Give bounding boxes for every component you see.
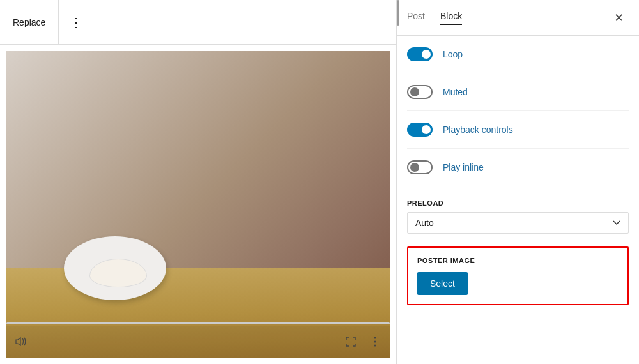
inline-toggle[interactable]	[407, 160, 433, 174]
close-icon: ✕	[614, 11, 624, 25]
loop-toggle-track[interactable]	[407, 47, 433, 61]
muted-toggle[interactable]	[407, 85, 433, 99]
inline-label: Play inline	[443, 162, 484, 172]
playback-toggle-row: Playback controls	[407, 111, 629, 149]
playback-toggle-thumb	[422, 125, 431, 134]
sidebar-content: Loop Muted Playback controls	[397, 36, 639, 364]
fish-plate	[58, 230, 173, 307]
sidebar-header: Post Block ✕	[397, 0, 639, 36]
fish-body	[89, 259, 147, 287]
progress-bar[interactable]	[6, 322, 390, 324]
video-more-icon[interactable]	[368, 335, 382, 349]
svg-point-2	[374, 345, 376, 347]
preload-label: PRELOAD	[407, 199, 629, 207]
tab-post[interactable]: Post	[407, 11, 425, 25]
loop-toggle-row: Loop	[407, 36, 629, 73]
poster-section: POSTER IMAGE Select	[407, 246, 629, 305]
preload-section: PRELOAD Auto None Metadata	[407, 199, 629, 234]
inline-toggle-thumb	[410, 163, 419, 172]
tab-block[interactable]: Block	[440, 11, 462, 25]
inline-toggle-row: Play inline	[407, 149, 629, 186]
plate	[64, 236, 166, 300]
more-icon: ⋮	[70, 15, 84, 30]
loop-toggle[interactable]	[407, 47, 433, 61]
muted-label: Muted	[443, 87, 468, 97]
svg-point-0	[374, 337, 376, 339]
volume-icon[interactable]	[14, 335, 28, 349]
toolbar: Replace ⋮	[0, 0, 396, 45]
muted-toggle-track[interactable]	[407, 85, 433, 99]
sidebar: Post Block ✕ Loop	[396, 0, 639, 364]
close-button[interactable]: ✕	[608, 8, 629, 28]
loop-label: Loop	[443, 49, 463, 59]
sidebar-tabs: Post Block	[407, 11, 608, 25]
loop-toggle-thumb	[422, 50, 431, 59]
video-controls	[6, 326, 390, 358]
playback-toggle-track[interactable]	[407, 123, 433, 137]
video-placeholder	[6, 51, 390, 358]
replace-button[interactable]: Replace	[0, 0, 59, 44]
muted-toggle-thumb	[410, 87, 419, 96]
poster-label: POSTER IMAGE	[417, 257, 619, 264]
more-options-button[interactable]: ⋮	[59, 0, 95, 44]
svg-point-1	[374, 341, 376, 343]
muted-toggle-row: Muted	[407, 73, 629, 111]
scroll-thumb	[397, 0, 399, 26]
inline-toggle-track[interactable]	[407, 160, 433, 174]
playback-label: Playback controls	[443, 125, 513, 135]
poster-select-button[interactable]: Select	[417, 272, 468, 295]
fullscreen-icon[interactable]	[344, 335, 358, 349]
editor-area: Replace ⋮	[0, 0, 396, 364]
preload-select[interactable]: Auto None Metadata	[407, 212, 629, 234]
playback-toggle[interactable]	[407, 123, 433, 137]
video-container	[6, 51, 390, 358]
